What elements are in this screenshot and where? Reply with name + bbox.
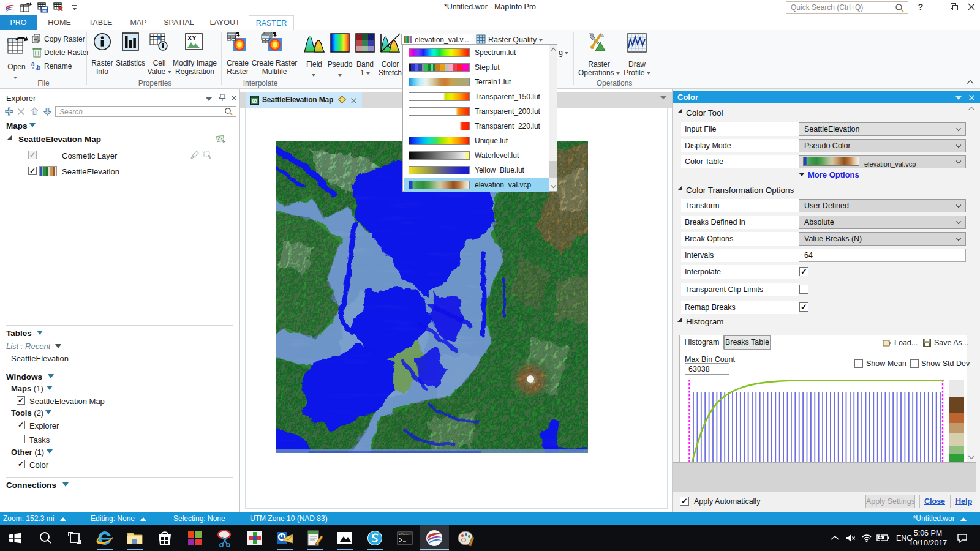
svg-text:a: a: [31, 61, 35, 67]
svg-text:XY: XY: [187, 34, 197, 42]
svg-text:C:\...: C:\...: [399, 533, 409, 536]
svg-text:b: b: [37, 64, 40, 71]
